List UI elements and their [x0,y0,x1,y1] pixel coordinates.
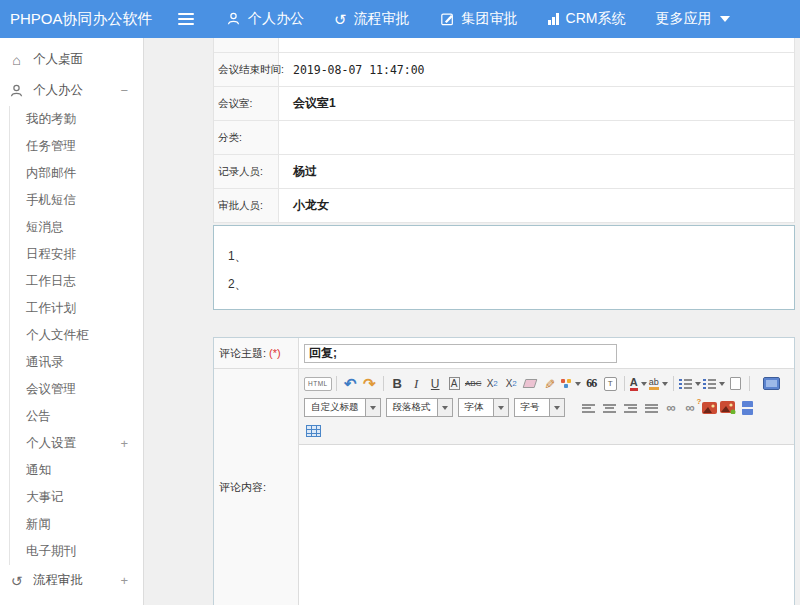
sidebar-item-label: 新闻 [26,516,51,533]
select-caret-button[interactable] [549,399,564,416]
undo-button[interactable]: ↶ [341,375,360,393]
chevron-down-icon [498,406,504,410]
app-logo: PHPOA协同办公软件 [0,10,178,29]
sidebar: ⌂ 个人桌面 个人办公 − 我的考勤 任务管理 内部邮件 手机短信 短消息 日程… [0,38,144,605]
nav-personal-office[interactable]: 个人办公 [226,10,304,28]
font-color-icon: A [630,377,638,391]
remove-link-button[interactable]: ∞ [681,399,700,417]
paragraph-format-select[interactable]: 段落格式 [386,398,453,417]
category-value [279,121,794,154]
blockquote-button[interactable]: 66 [582,375,601,393]
sidebar-item-my-attendance[interactable]: 我的考勤 [10,106,143,133]
nav-crm-system[interactable]: CRM系统 [548,10,626,28]
sidebar-item-e-journal[interactable]: 电子期刊 [10,538,143,565]
approver-value: 小龙女 [279,189,794,222]
sidebar-submenu: 我的考勤 任务管理 内部邮件 手机短信 短消息 日程安排 工作日志 工作计划 个… [9,106,143,565]
select-label: 自定义标题 [305,401,365,414]
select-caret-button[interactable] [365,399,380,416]
sidebar-item-label: 公告 [26,408,51,425]
align-center-button[interactable] [603,403,616,413]
sidebar-item-internal-mail[interactable]: 内部邮件 [10,160,143,187]
comment-subject-input[interactable] [304,344,617,363]
select-label: 段落格式 [387,401,437,414]
custom-heading-select[interactable]: 自定义标题 [304,398,381,417]
align-left-button[interactable] [582,403,595,413]
edit-square-icon [440,12,455,26]
sidebar-item-workflow-approval[interactable]: ↺ 流程审批 + [0,565,143,596]
sidebar-item-news[interactable]: 新闻 [10,511,143,538]
font-dialog-button[interactable]: A [445,375,464,393]
row-label: 记录人员: [214,155,279,188]
sidebar-item-meeting-management[interactable]: 会议管理 [10,376,143,403]
sidebar-item-task-management[interactable]: 任务管理 [10,133,143,160]
bold-button[interactable]: B [388,375,407,393]
menu-toggle-button[interactable] [178,10,208,28]
sidebar-item-personal-desktop[interactable]: ⌂ 个人桌面 [0,44,143,75]
sidebar-item-personal-settings[interactable]: 个人设置+ [10,430,143,457]
blank-page-icon [730,377,741,390]
nav-label: 流程审批 [354,10,410,28]
sidebar-item-contacts[interactable]: 通讯录 [10,349,143,376]
comment-content-label: 评论内容: [219,480,266,495]
highlight-color-button[interactable]: ab [648,375,669,393]
user-icon [226,12,241,26]
sidebar-item-announcement[interactable]: 公告 [10,403,143,430]
expand-icon[interactable]: + [120,436,128,451]
batch-image-upload-button[interactable] [719,399,738,417]
insert-image-button[interactable] [700,399,719,417]
subscript-button[interactable]: X2 [502,375,521,393]
new-page-button[interactable] [726,375,745,393]
sidebar-item-work-diary[interactable]: 工作日志 [10,268,143,295]
sidebar-item-work-plan[interactable]: 工作计划 [10,295,143,322]
row-label: 会议室: [214,87,279,120]
align-right-button[interactable] [624,403,637,413]
paste-plain-text-button[interactable] [601,375,620,393]
underline-button[interactable]: U [426,375,445,393]
insert-table-button[interactable] [304,422,323,440]
italic-button[interactable]: I [407,375,426,393]
source-code-button[interactable]: HTML [304,377,332,391]
sidebar-item-personal-office[interactable]: 个人办公 − [0,75,143,106]
image-icon [702,402,717,414]
clipboard-icon [604,377,617,391]
sidebar-item-schedule[interactable]: 日程安排 [10,241,143,268]
strikethrough-button[interactable]: ABC [464,375,483,393]
sidebar-item-short-message[interactable]: 短消息 [10,214,143,241]
unordered-list-button[interactable] [702,375,726,393]
fullscreen-button[interactable] [762,375,781,393]
sidebar-item-label: 个人桌面 [33,51,83,68]
font-size-select[interactable]: 字号 [514,398,565,417]
sidebar-item-label: 短消息 [26,219,64,236]
expand-icon[interactable]: + [120,573,128,588]
collapse-icon[interactable]: − [120,83,128,98]
format-painter-button[interactable]: ✎ [540,374,558,393]
nav-workflow-approval[interactable]: ↺ 流程审批 [334,10,410,28]
nav-group-approval[interactable]: 集团审批 [440,10,518,28]
font-box-icon: A [449,377,460,390]
remove-format-button[interactable] [521,375,540,393]
sidebar-item-label: 个人办公 [33,82,83,99]
row-label: 会议结束时间: [214,53,279,86]
select-caret-button[interactable] [493,399,508,416]
font-color-button[interactable]: A [629,375,648,393]
insert-link-button[interactable]: ∞ [662,399,681,417]
insert-media-button[interactable] [738,399,757,417]
chevron-down-icon [641,382,647,386]
media-icon [742,401,753,415]
editor-content-area[interactable] [299,445,794,605]
nav-more-apps[interactable]: 更多应用 [655,10,730,28]
align-justify-button[interactable] [645,403,658,413]
sidebar-item-personal-files[interactable]: 个人文件柜 [10,322,143,349]
quick-format-button[interactable] [559,375,582,393]
sidebar-item-memorabilia[interactable]: 大事记 [10,484,143,511]
redo-button[interactable]: ↷ [360,375,379,393]
superscript-button[interactable]: X2 [483,375,502,393]
toolbar-row-2: 自定义标题 段落格式 字体 字号 ∞ ∞ [304,395,789,420]
sidebar-item-sms[interactable]: 手机短信 [10,187,143,214]
sidebar-item-notice[interactable]: 通知 [10,457,143,484]
font-family-select[interactable]: 字体 [458,398,509,417]
select-label: 字体 [459,401,493,414]
ordered-list-button[interactable] [678,375,702,393]
row-value-cell [279,38,794,52]
select-caret-button[interactable] [437,399,452,416]
